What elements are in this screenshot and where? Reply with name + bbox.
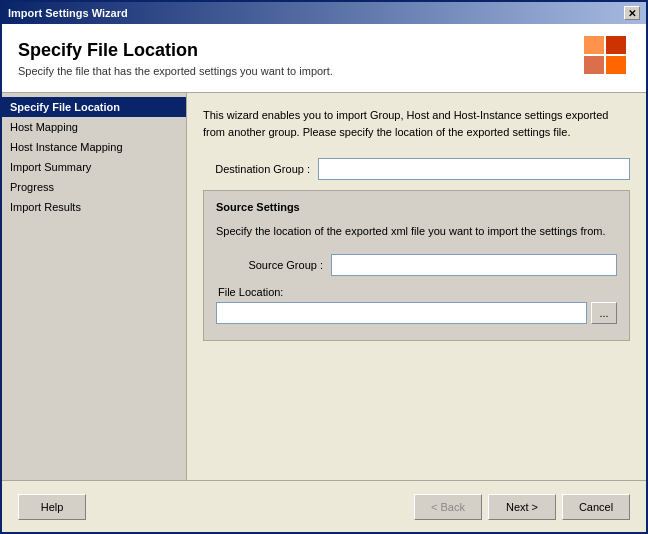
main-panel: This wizard enables you to import Group,…: [187, 93, 646, 480]
help-button[interactable]: Help: [18, 494, 86, 520]
sidebar-item-host-instance-mapping[interactable]: Host Instance Mapping: [2, 137, 186, 157]
source-settings-desc: Specify the location of the exported xml…: [216, 223, 617, 240]
destination-group-row: Destination Group :: [203, 158, 630, 180]
file-location-input[interactable]: [216, 302, 587, 324]
file-location-label: File Location:: [216, 286, 617, 298]
cancel-button[interactable]: Cancel: [562, 494, 630, 520]
footer: Help < Back Next > Cancel: [2, 480, 646, 532]
sidebar-item-specify-file[interactable]: Specify File Location: [2, 97, 186, 117]
close-button[interactable]: ✕: [624, 6, 640, 20]
header: Specify File Location Specify the file t…: [2, 24, 646, 93]
sidebar-item-import-results[interactable]: Import Results: [2, 197, 186, 217]
source-group-label: Source Group :: [216, 259, 331, 271]
svg-rect-3: [584, 56, 604, 74]
sidebar-item-host-mapping[interactable]: Host Mapping: [2, 117, 186, 137]
destination-group-label: Destination Group :: [203, 163, 318, 175]
browse-button[interactable]: ...: [591, 302, 617, 324]
svg-rect-0: [606, 36, 626, 54]
svg-rect-1: [584, 36, 604, 54]
svg-rect-2: [606, 56, 626, 74]
content-area: Specify File Location Host Mapping Host …: [2, 93, 646, 480]
sidebar-item-progress[interactable]: Progress: [2, 177, 186, 197]
footer-nav-buttons: < Back Next > Cancel: [414, 494, 630, 520]
source-group-row: Source Group :: [216, 254, 617, 276]
destination-group-input[interactable]: [318, 158, 630, 180]
file-row: ...: [216, 302, 617, 324]
source-settings-group: Source Settings Specify the location of …: [203, 190, 630, 341]
title-bar: Import Settings Wizard ✕: [2, 2, 646, 24]
sidebar-item-import-summary[interactable]: Import Summary: [2, 157, 186, 177]
sidebar: Specify File Location Host Mapping Host …: [2, 93, 187, 480]
source-settings-title: Source Settings: [216, 201, 617, 213]
file-location-container: File Location: ...: [216, 286, 617, 324]
header-logo: [582, 34, 630, 82]
next-button[interactable]: Next >: [488, 494, 556, 520]
back-button[interactable]: < Back: [414, 494, 482, 520]
source-group-input[interactable]: [331, 254, 617, 276]
intro-text: This wizard enables you to import Group,…: [203, 107, 630, 140]
page-title: Specify File Location: [18, 40, 333, 61]
header-text: Specify File Location Specify the file t…: [18, 40, 333, 77]
import-settings-dialog: Import Settings Wizard ✕ Specify File Lo…: [0, 0, 648, 534]
dialog-title: Import Settings Wizard: [8, 7, 128, 19]
page-subtitle: Specify the file that has the exported s…: [18, 65, 333, 77]
